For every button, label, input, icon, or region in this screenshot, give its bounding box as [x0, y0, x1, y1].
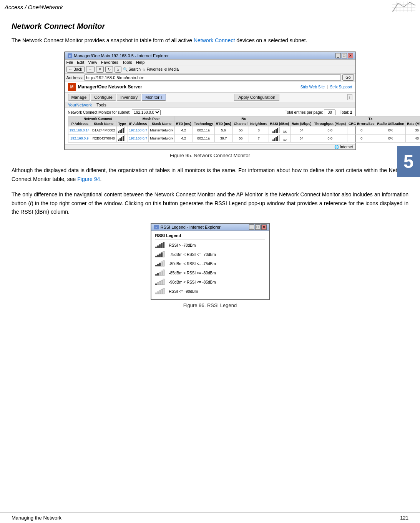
browser-statusbar-1: 🌐 Internet — [65, 144, 355, 149]
rssi-legend-row: -75dBm < RSSI <= -70dBm — [155, 251, 265, 258]
svg-rect-45 — [159, 254, 161, 257]
sub-nav-tools[interactable]: Tools — [96, 103, 106, 107]
address-input-1[interactable] — [85, 75, 341, 81]
svg-rect-67 — [163, 288, 164, 294]
svg-line-1 — [398, 3, 404, 7]
figure94-link[interactable]: Figure 94 — [77, 176, 100, 182]
apply-config-btn[interactable]: Apply Configuration — [234, 94, 279, 101]
menu-tools[interactable]: Tools — [122, 60, 132, 65]
rssi-label: RSSI > -70dBm — [169, 243, 196, 247]
home-btn[interactable]: ⌂ — [115, 66, 121, 73]
svg-rect-66 — [161, 289, 163, 294]
strix-web-link[interactable]: Strix Web Site — [300, 85, 325, 89]
svg-rect-32 — [274, 138, 275, 141]
table-cell: 0% — [376, 134, 406, 143]
th-nc-ip: IP Address — [68, 121, 91, 126]
rssi-signal-icon — [155, 260, 166, 267]
rssi-legend-row: -90dBm < RSSI <= -85dBm — [155, 279, 265, 286]
app-title: Manager/One Network Server — [78, 84, 142, 90]
svg-rect-40 — [159, 244, 161, 248]
app-nav-1: Manage Configure Inventory Monitor ↑ App… — [65, 93, 355, 102]
configure-btn[interactable]: Configure — [91, 94, 116, 101]
th-mp-ip: IP Address — [128, 121, 149, 126]
table-cell: -32 — [269, 134, 291, 143]
forward-btn[interactable]: → — [86, 66, 95, 73]
table-cell: R2B043T0048 — [91, 134, 117, 143]
menu-favorites[interactable]: Favorites — [101, 60, 118, 65]
table-cell: 0% — [376, 126, 406, 134]
footer-right: 121 — [400, 515, 408, 521]
monitor-btn[interactable]: Monitor ↑ — [142, 94, 166, 101]
browser-addressbar-1: Address: Go — [65, 74, 355, 81]
refresh-btn[interactable]: ↻ — [105, 66, 113, 73]
th-rx-crc: CRC Errors/Sec — [347, 121, 376, 126]
inventory-btn[interactable]: Inventory — [117, 94, 141, 101]
th-type: Type — [116, 121, 128, 126]
table-cell: 4.2 — [174, 134, 193, 143]
rssi-signal-icon — [155, 251, 166, 258]
browser-controls-1: _ □ ✕ — [335, 53, 353, 58]
th-tech: Technology — [193, 121, 214, 126]
th-tx-rate: Rate (Mbps) — [406, 121, 420, 126]
manage-btn[interactable]: Manage — [68, 94, 90, 101]
table-cell: MasterNetwork — [149, 134, 175, 143]
table-cell: 192.168.0.14 — [68, 126, 91, 134]
menu-help[interactable]: Help — [136, 60, 145, 65]
network-connect-link[interactable]: Network Connect — [194, 37, 235, 43]
svg-rect-35 — [279, 135, 280, 141]
minimize-btn[interactable]: _ — [335, 53, 341, 58]
th-rx-rate: Rate (Mbps) — [291, 121, 313, 126]
svg-rect-29 — [123, 136, 124, 141]
svg-rect-42 — [163, 242, 164, 248]
svg-rect-60 — [159, 281, 161, 285]
favorites-label: ☆ Favorites — [142, 67, 163, 71]
browser-window-1: e Manager/One Main 192.168.0.5 - Interne… — [64, 51, 356, 150]
svg-rect-50 — [159, 263, 161, 266]
table-cell: 54 — [291, 134, 313, 143]
menu-view[interactable]: View — [88, 60, 97, 65]
browser-icon: e — [67, 53, 73, 58]
svg-rect-53 — [155, 274, 157, 276]
menu-edit[interactable]: Edit — [77, 60, 84, 65]
section-title: Network Connect Monitor — [12, 22, 408, 31]
table-cell: 802.11a — [193, 126, 214, 134]
menu-file[interactable]: File — [66, 60, 73, 65]
entries-input[interactable] — [324, 110, 335, 115]
svg-rect-21 — [272, 131, 274, 133]
strix-support-link[interactable]: Strix Support — [330, 85, 352, 89]
total-count-label: Total: — [340, 110, 350, 115]
restore-btn[interactable]: □ — [342, 53, 347, 58]
main-content: Network Connect Monitor The Network Conn… — [0, 14, 420, 339]
intro-text: The Network Connect Monitor provides a s… — [12, 37, 307, 43]
rssi-close-btn[interactable]: ✕ — [261, 224, 267, 230]
table-cell: 0 — [347, 126, 376, 134]
nav-sub-1: YourNetwork Tools — [65, 102, 355, 108]
table-cell: 192.168.0.9 — [68, 134, 91, 143]
rssi-restore-btn[interactable]: □ — [255, 224, 261, 230]
info-btn[interactable]: i — [347, 94, 352, 100]
rssi-legend-title: RSSI Legend — [155, 233, 265, 239]
svg-rect-24 — [277, 128, 278, 133]
svg-rect-28 — [121, 137, 122, 141]
subnet-select[interactable]: 192.168.0.0 — [132, 110, 161, 115]
table-cell — [116, 134, 128, 143]
svg-rect-39 — [157, 246, 159, 248]
svg-rect-33 — [276, 137, 277, 141]
table-cell: 7 — [249, 134, 269, 143]
close-btn[interactable]: ✕ — [348, 53, 353, 58]
table-cell: -35 — [269, 126, 291, 134]
table-row: 192.168.0.14B1A244M0002192.168.0.7Master… — [68, 126, 420, 134]
stop-btn[interactable]: ✕ — [96, 66, 104, 73]
th-rssi: RSSI (dBm) — [269, 121, 291, 126]
svg-rect-17 — [120, 130, 121, 133]
rssi-label: -90dBm < RSSI <= -85dBm — [169, 280, 216, 284]
status-right: 🌐 Internet — [334, 145, 353, 149]
sub-nav-yournetwork[interactable]: YourNetwork — [68, 103, 92, 107]
rssi-min-btn[interactable]: _ — [249, 224, 254, 230]
rssi-signal-icon — [155, 269, 166, 276]
back-btn[interactable]: ← Back — [66, 66, 85, 73]
rssi-label: -75dBm < RSSI <= -70dBm — [169, 252, 216, 257]
go-btn[interactable]: Go — [342, 74, 354, 81]
svg-rect-16 — [118, 131, 119, 133]
table-cell: 39.7 — [214, 134, 232, 143]
